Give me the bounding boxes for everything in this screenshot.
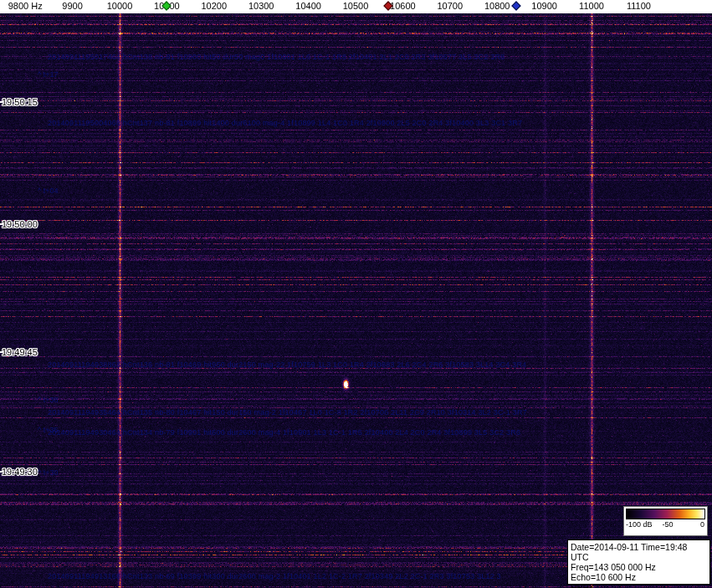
status-info-box: Date=2014-09-11 Time=19:48 UTC Freq=143 … [567, 539, 710, 585]
frequency-axis: 9800 Hz990010000101001020010300104001050… [0, 0, 712, 13]
freq-axis-label: 10200 [202, 1, 228, 11]
detection-text-line: 20140911195004068 hCnt137 nb-81 f10899 h… [48, 119, 522, 127]
freq-axis-label: 10800 [484, 1, 510, 11]
freq-axis-label: 10600 [390, 1, 416, 11]
info-frequency: Freq=143 050 000 Hz [571, 562, 707, 572]
detection-text-line: 20140911194938868 hCnt136 nb-81 f10469 h… [48, 360, 526, 369]
time-axis-label: 19:50:15 [2, 97, 38, 107]
legend-min-label: -100 dB [626, 520, 653, 529]
freq-axis-label: 10400 [295, 1, 321, 11]
time-axis-label: 19:49:45 [2, 347, 38, 357]
freq-axis-label: 10500 [343, 1, 369, 11]
legend-mid-label: -50 [662, 520, 673, 529]
freq-axis-label: 10300 [248, 1, 274, 11]
detection-text-line: 20140911195017464 hCnt138 nb-81 f10900 h… [48, 53, 505, 61]
freq-axis-label: 10000 [107, 1, 133, 11]
waterfall-app: 9800 Hz990010000101001020010300104001050… [0, 0, 712, 588]
freq-axis-label: 11100 [627, 1, 651, 11]
spectrogram-overlays: 19:50:1519:50:0019:49:4519:49:3020140911… [0, 0, 712, 588]
freq-axis-label: 9800 Hz [8, 1, 43, 11]
freq-axis-label: 9900 [62, 1, 82, 11]
event-time-marker: ^ t+30 [38, 468, 59, 477]
color-gradient-bar [626, 509, 705, 519]
event-time-marker: ^ t+17 [38, 70, 59, 79]
event-time-marker: ^ t+35 [38, 426, 59, 434]
detection-text-line: 20140911194913168 hCnt133 nb-69 f10399 h… [48, 572, 501, 580]
info-date-time: Date=2014-09-11 Time=19:48 UTC [571, 542, 707, 562]
event-time-marker: ^ t+38 [38, 396, 59, 404]
time-axis-label: 19:50:00 [2, 219, 38, 229]
color-scale-legend: -100 dB -50 0 [623, 506, 708, 536]
detection-text-line: 20140911194930464 hCnt134 nb-79 f10901 h… [48, 428, 520, 437]
detection-text-line: 20140911194935464 hCnt135 nb-80 f10467 h… [48, 408, 527, 417]
freq-axis-label: 11000 [579, 1, 604, 11]
freq-axis-label: 10700 [438, 1, 464, 11]
time-axis-label: 19:49:30 [2, 467, 38, 477]
info-mode: HPHK [571, 582, 707, 588]
legend-max-label: 0 [700, 520, 704, 529]
freq-axis-label: 10900 [531, 1, 557, 11]
freq-marker-blue-diamond-icon[interactable] [511, 1, 520, 10]
event-time-marker: ^ t+04 [38, 187, 59, 195]
color-scale-labels: -100 dB -50 0 [626, 519, 705, 529]
info-echo: Echo=10 600 Hz [571, 572, 707, 582]
